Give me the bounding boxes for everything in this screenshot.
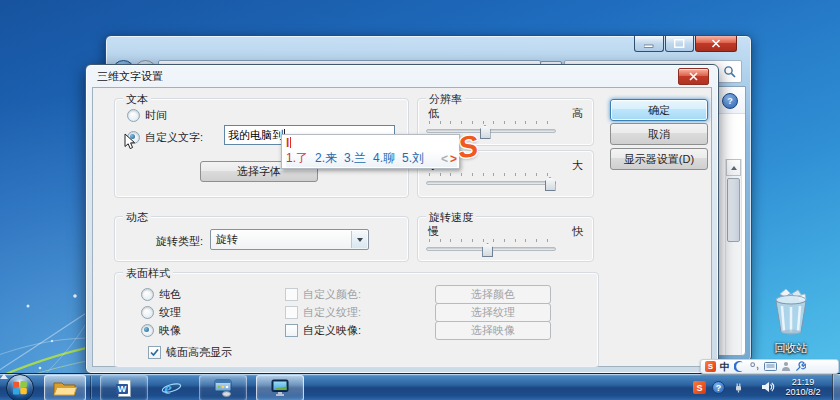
- speed-group: 旋转速度 慢 快: [417, 216, 594, 262]
- taskbar-explorer-button[interactable]: [44, 375, 86, 400]
- chinese-mode-icon[interactable]: 中: [720, 362, 730, 372]
- folder-icon: [53, 379, 77, 397]
- show-desktop-button[interactable]: [832, 374, 840, 400]
- close-button[interactable]: [695, 36, 737, 52]
- svg-text:W: W: [118, 384, 127, 394]
- ime-candidate-3[interactable]: 3.兰: [344, 150, 366, 167]
- checkbox-checked-icon: [148, 346, 161, 359]
- choose-reflection-button[interactable]: 选择映像: [435, 321, 551, 340]
- slider-track: [426, 129, 556, 133]
- ime-next-page-button[interactable]: >: [450, 152, 457, 166]
- ime-candidate-5[interactable]: 5.刘: [402, 150, 424, 167]
- reflection-radio[interactable]: 映像: [141, 323, 181, 338]
- person-icon[interactable]: [781, 361, 791, 372]
- resolution-low-label: 低: [428, 106, 439, 121]
- wrench-settings-icon[interactable]: [795, 361, 806, 372]
- action-center-tray-icon[interactable]: ?: [712, 381, 725, 394]
- choose-texture-button[interactable]: 选择纹理: [435, 303, 551, 322]
- ime-caret: [290, 137, 291, 148]
- size-slider[interactable]: [426, 173, 556, 189]
- checkbox-icon: [285, 288, 298, 301]
- taskbar-ie-button[interactable]: e: [151, 375, 193, 400]
- speed-slider[interactable]: [426, 239, 556, 255]
- slider-ticks: [429, 121, 554, 124]
- resolution-slider-thumb[interactable]: [480, 125, 491, 139]
- monitor-icon: [270, 379, 290, 397]
- vertical-scrollbar[interactable]: [725, 159, 742, 356]
- custom-reflection-label: 自定义映像:: [303, 323, 361, 338]
- sogou-tray-icon[interactable]: S: [693, 381, 706, 394]
- choose-color-label: 选择颜色: [471, 287, 515, 302]
- taskbar-control-panel-item-button[interactable]: [199, 375, 247, 400]
- radio-circle-icon: [141, 324, 154, 337]
- desktop: 回收站: [0, 0, 840, 400]
- surface-style-group: 表面样式 纯色 纹理 映像 自定义颜色:: [114, 272, 599, 368]
- fullwidth-moon-icon[interactable]: [734, 361, 745, 372]
- reflection-label: 映像: [159, 323, 181, 338]
- recycle-bin[interactable]: 回收站: [748, 288, 834, 356]
- speed-slider-thumb[interactable]: [482, 243, 493, 257]
- specular-highlight-checkbox[interactable]: 镜面高亮显示: [148, 345, 232, 360]
- ime-language-bar: S 中: [700, 359, 839, 374]
- speed-fast-label: 快: [572, 224, 583, 239]
- minimize-button[interactable]: [634, 36, 664, 52]
- surface-style-group-label: 表面样式: [123, 266, 173, 281]
- choose-color-button[interactable]: 选择颜色: [435, 285, 551, 304]
- ime-candidate-2[interactable]: 2.来: [315, 150, 337, 167]
- ok-button[interactable]: 确定: [610, 99, 708, 121]
- cancel-button[interactable]: 取消: [610, 123, 708, 145]
- ok-label: 确定: [648, 103, 670, 118]
- sogou-icon[interactable]: S: [705, 361, 716, 372]
- custom-reflection-checkbox[interactable]: 自定义映像:: [285, 323, 361, 338]
- motion-group-label: 动态: [123, 210, 151, 225]
- speed-group-label: 旋转速度: [426, 210, 476, 225]
- ime-candidate-4[interactable]: 4.聊: [373, 150, 395, 167]
- show-hidden-icons-button[interactable]: [0, 374, 8, 379]
- solid-color-radio[interactable]: 纯色: [141, 287, 181, 302]
- texture-radio[interactable]: 纹理: [141, 305, 181, 320]
- taskbar-display-settings-button[interactable]: [256, 375, 304, 400]
- custom-text-value: 我的电脑到: [228, 128, 283, 143]
- size-slider-thumb[interactable]: [545, 177, 556, 191]
- recycle-bin-label: 回收站: [748, 341, 834, 356]
- scrollbar-thumb[interactable]: [727, 178, 740, 242]
- custom-texture-checkbox[interactable]: 自定义纹理:: [285, 305, 361, 320]
- 3d-text-settings-dialog: 三维文字设置 文本 时间 自定义文字: 我的电脑到 选择字体: [85, 64, 719, 374]
- specular-highlight-label: 镜面高亮显示: [166, 345, 232, 360]
- scroll-up-button[interactable]: [726, 159, 741, 176]
- internet-explorer-icon: e: [161, 378, 183, 398]
- slider-track: [426, 181, 556, 185]
- taskbar-word-button[interactable]: W: [100, 375, 148, 400]
- window-controls: [633, 36, 737, 52]
- ime-candidate-1[interactable]: 1.了: [286, 150, 308, 167]
- display-settings-label: 显示器设置(D): [624, 152, 694, 167]
- volume-tray-icon[interactable]: [761, 381, 775, 393]
- size-large-label: 大: [572, 158, 583, 173]
- dialog-close-button[interactable]: [678, 68, 709, 85]
- time-radio[interactable]: 时间: [127, 108, 167, 123]
- help-button[interactable]: ?: [722, 93, 738, 109]
- texture-label: 纹理: [159, 305, 181, 320]
- taskbar-clock[interactable]: 21:19 2010/8/2: [776, 377, 830, 397]
- power-tray-icon[interactable]: [733, 382, 744, 393]
- slider-ticks: [429, 173, 554, 176]
- custom-text-radio[interactable]: 自定义文字:: [127, 130, 203, 145]
- rotation-type-dropdown[interactable]: 旋转: [210, 229, 369, 250]
- solid-color-label: 纯色: [159, 287, 181, 302]
- soft-keyboard-icon[interactable]: [764, 361, 777, 372]
- taskbar-separator: [90, 376, 91, 399]
- custom-color-checkbox[interactable]: 自定义颜色:: [285, 287, 361, 302]
- search-icon[interactable]: [723, 65, 737, 79]
- radio-circle-icon: [141, 306, 154, 319]
- ime-prev-page-button[interactable]: <: [441, 152, 448, 166]
- choose-texture-label: 选择纹理: [471, 305, 515, 320]
- punctuation-icon[interactable]: [749, 361, 760, 372]
- clock-date: 2010/8/2: [776, 387, 830, 397]
- mouse-cursor: [124, 133, 137, 151]
- windows-logo-icon: [13, 381, 27, 395]
- rotation-type-label: 旋转类型:: [156, 234, 203, 249]
- start-button[interactable]: [6, 374, 34, 400]
- maximize-button[interactable]: [665, 36, 694, 52]
- display-settings-button[interactable]: 显示器设置(D): [610, 148, 708, 170]
- ime-candidate-window: l 1.了 2.来 3.兰 4.聊 5.刘 < >: [281, 134, 460, 169]
